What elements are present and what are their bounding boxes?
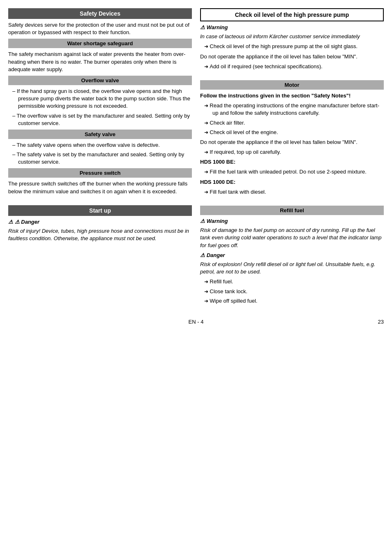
startup-warning-text: Risk of injury! Device, tubes, high pres… xyxy=(8,227,192,242)
refill-arrow-list: Refill fuel. Close tank lock. Wipe off s… xyxy=(200,278,384,305)
startup-section: Start up ⚠ ⚠ Danger Risk of injury! Devi… xyxy=(8,205,192,245)
warn-icon: ⚠ xyxy=(200,218,205,224)
refill-warning2-title: ⚠ Danger xyxy=(200,252,384,259)
motor-arrow-list1: Read the operating instructions of the e… xyxy=(200,102,384,136)
motor-arrow-list2: If required, top up oil carefully. xyxy=(200,148,384,156)
list-item: Add oil if required (see technical speci… xyxy=(204,63,384,70)
startup-header: Start up xyxy=(8,205,192,216)
refill-warning2-text: Risk of explosion! Only refill diesel oi… xyxy=(200,261,384,276)
list-item: The safety valve is set by the manufactu… xyxy=(12,151,192,166)
hds-be-list: Fill the fuel tank with unleaded petrol.… xyxy=(200,168,384,176)
check-oil-arrow-list1: Check oil level of the high pressure pum… xyxy=(200,43,384,50)
warn-icon: ⚠ xyxy=(200,252,205,258)
motor-section: Motor Follow the instructions given in t… xyxy=(200,80,384,198)
hds-be-label: HDS 1000 BE: xyxy=(200,158,384,166)
safety-devices-header: Safety Devices xyxy=(8,8,192,19)
list-item: The overflow valve is set by the manufac… xyxy=(12,112,192,127)
check-oil-warning-text: In case of lacteous oil inform Kärcher c… xyxy=(200,33,384,40)
left-column: Safety Devices Safety devices serve for … xyxy=(8,8,192,310)
list-item: Check oil level of the high pressure pum… xyxy=(204,43,384,50)
refill-warning1-title: ⚠ Warning xyxy=(200,218,384,225)
overflow-valve-list: If the hand spray gun is closed, the ove… xyxy=(8,88,192,127)
startup-warning-title: ⚠ ⚠ Danger xyxy=(8,218,192,226)
pressure-switch-text: The pressure switch switches off the bur… xyxy=(8,180,192,195)
water-shortage-text: The safety mechanism against lack of wat… xyxy=(8,51,192,73)
footer-page-number: EN - 4 xyxy=(189,319,204,325)
list-item: Fill the fuel tank with unleaded petrol.… xyxy=(204,168,384,176)
list-item: Check air filter. xyxy=(204,119,384,127)
list-item: Close tank lock. xyxy=(204,288,384,295)
check-oil-warning-title: ⚠ Warning xyxy=(200,24,384,31)
list-item: Refill fuel. xyxy=(204,278,384,285)
hds-de-label: HDS 1000 DE: xyxy=(200,178,384,186)
hds-de-list: Fill fuel tank with diesel. xyxy=(200,188,384,196)
refill-fuel-section: Refill fuel ⚠ Warning Risk of damage to … xyxy=(200,206,384,307)
safety-devices-intro: Safety devices serve for the protection … xyxy=(8,21,192,36)
page-footer: EN - 4 23 xyxy=(8,319,384,325)
safety-valve-header: Safety valve xyxy=(8,130,192,139)
check-oil-header: Check oil level of the high pressure pum… xyxy=(200,8,384,21)
motor-text1: Do not operate the appliance if the oil … xyxy=(200,139,384,146)
check-oil-section: Check oil level of the high pressure pum… xyxy=(200,8,384,73)
warn-icon: ⚠ xyxy=(8,219,13,225)
check-oil-arrow-list2: Add oil if required (see technical speci… xyxy=(200,63,384,70)
motor-bold-text: Follow the instructions given in the sec… xyxy=(200,92,384,100)
list-item: If the hand spray gun is closed, the ove… xyxy=(12,88,192,110)
motor-header: Motor xyxy=(200,80,384,90)
pressure-switch-header: Pressure switch xyxy=(8,168,192,178)
check-oil-text1: Do not operate the appliance if the oil … xyxy=(200,53,384,60)
safety-valve-list: The safety valve opens when the overflow… xyxy=(8,141,192,166)
refill-fuel-header: Refill fuel xyxy=(200,206,384,215)
warn-icon: ⚠ xyxy=(200,24,205,30)
right-column: Check oil level of the high pressure pum… xyxy=(200,8,384,310)
water-shortage-header: Water shortage safeguard xyxy=(8,39,192,48)
list-item: Read the operating instructions of the e… xyxy=(204,102,384,117)
list-item: Wipe off spilled fuel. xyxy=(204,297,384,305)
footer-right-number: 23 xyxy=(212,319,384,325)
safety-devices-section: Safety Devices Safety devices serve for … xyxy=(8,8,192,198)
refill-warning1-text: Risk of damage to the fuel pump on accou… xyxy=(200,227,384,249)
list-item: Check oil level of the engine. xyxy=(204,129,384,136)
overflow-valve-header: Overflow valve xyxy=(8,76,192,85)
list-item: Fill fuel tank with diesel. xyxy=(204,188,384,196)
list-item: If required, top up oil carefully. xyxy=(204,148,384,156)
list-item: The safety valve opens when the overflow… xyxy=(12,141,192,149)
